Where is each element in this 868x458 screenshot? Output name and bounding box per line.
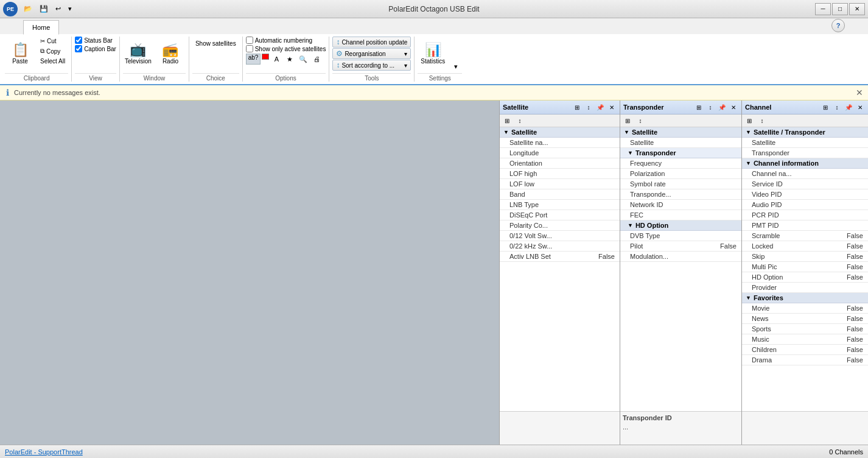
sat-item-lnb-type[interactable]: LNB Type [500,200,620,210]
options-icon-a[interactable]: A [270,54,282,65]
cut-button[interactable]: ✂ Cut [37,37,68,46]
trans-network-id[interactable]: Network ID [620,200,741,210]
caption-bar-check[interactable]: Caption Bar [75,45,116,52]
chan-video-pid[interactable]: Video PID [742,189,868,200]
trans-tb-grid[interactable]: ⊞ [622,116,633,125]
caption-bar-checkbox[interactable] [75,45,82,52]
sat-item-polarity[interactable]: Polarity Co... [500,220,620,231]
trans-panel-close[interactable]: ✕ [729,102,738,112]
radio-button[interactable]: 📻 Radio [155,37,186,71]
chan-service-id[interactable]: Service ID [742,179,868,189]
chan-pmt-pid[interactable]: PMT PID [742,220,868,231]
status-bar-checkbox[interactable] [75,37,82,44]
trans-panel-sort[interactable]: ↕ [705,102,715,112]
trans-panel-pin[interactable]: 📌 [717,102,727,112]
reorganisation-button[interactable]: ⚙ Reorganisation ▾ [332,48,411,59]
message-close-button[interactable]: ✕ [856,88,863,97]
trans-satellite-item[interactable]: Satellite [620,138,741,148]
trans-transponder-id-field[interactable]: Transponde... [620,189,741,200]
trans-fec[interactable]: FEC [620,210,741,220]
trans-hd-section[interactable]: ▼ HD Option [620,220,741,231]
trans-modulation[interactable]: Modulation... [620,252,741,262]
options-icon-star[interactable]: ★ [284,54,296,65]
satellite-panel-sort[interactable]: ↕ [584,102,593,112]
chan-panel-close[interactable]: ✕ [855,102,865,112]
trans-symbol-rate[interactable]: Symbol rate [620,179,741,189]
trans-tb-sort[interactable]: ↕ [635,116,646,125]
maximize-button[interactable]: □ [832,3,848,15]
trans-dvb-type[interactable]: DVB Type [620,231,741,241]
chan-satellite-item[interactable]: Satellite [742,138,868,148]
options-icon-search[interactable]: 🔍 [297,54,309,65]
chan-info-section[interactable]: ▼ Channel information [742,158,868,169]
show-active-satellites-checkbox[interactable] [246,45,253,52]
chan-pcr-pid[interactable]: PCR PID [742,210,868,220]
chan-skip[interactable]: Skip False [742,252,868,262]
trans-frequency[interactable]: Frequency [620,158,741,169]
sat-item-orientation[interactable]: Orientation [500,158,620,169]
show-active-satellites-check[interactable]: Show only active satellites [246,45,326,52]
chan-provider[interactable]: Provider [742,283,868,293]
sat-item-activ-lnb[interactable]: Activ LNB Set False [500,252,620,262]
quick-access-save[interactable]: 💾 [37,4,51,14]
chan-favorites-section[interactable]: ▼ Favorites [742,293,868,303]
title-bar-menu[interactable]: 📂 💾 ↩ ▾ [21,4,75,14]
auto-numbering-checkbox[interactable] [246,37,253,44]
show-satellites-button[interactable]: Show satellites [192,39,239,48]
chan-panel-sort[interactable]: ↕ [832,102,842,112]
copy-button[interactable]: ⧉ Copy [37,46,68,56]
chan-hd-option[interactable]: HD Option False [742,272,868,283]
auto-numbering-check[interactable]: Automatic numbering [246,37,326,44]
paste-button[interactable]: 📋 Paste [5,37,35,71]
chan-fav-children[interactable]: Children False [742,345,868,355]
select-all-button[interactable]: Select All [37,57,68,66]
sat-item-name[interactable]: Satellite na... [500,138,620,148]
chan-multi-pic[interactable]: Multi Pic False [742,262,868,272]
chan-tb-sort[interactable]: ↕ [757,116,768,125]
statistics-button[interactable]: 📊 Statistics [418,37,448,71]
tab-home[interactable]: Home [23,20,59,35]
chan-scramble[interactable]: Scramble False [742,231,868,241]
chan-fav-drama[interactable]: Drama False [742,355,868,365]
quick-access-open[interactable]: 📂 [21,4,35,14]
chan-locked[interactable]: Locked False [742,241,868,252]
chan-fav-sports[interactable]: Sports False [742,324,868,334]
transponder-panel-content[interactable]: ▼ Satellite Satellite ▼ Transponder Freq… [620,127,741,411]
trans-transponder-section[interactable]: ▼ Transponder [620,148,741,158]
trans-polarization[interactable]: Polarization [620,169,741,179]
channel-panel-content[interactable]: ▼ Satellite / Transponder Satellite Tran… [742,127,868,411]
trans-satellite-section[interactable]: ▼ Satellite [620,127,741,138]
sat-item-lof-high[interactable]: LOF high [500,169,620,179]
chan-panel-pin[interactable]: 📌 [844,102,853,112]
settings-expand-button[interactable]: ▾ [450,61,462,72]
satellite-panel-icon1[interactable]: ⊞ [572,102,582,112]
quick-access-dropdown[interactable]: ▾ [65,4,75,14]
sat-item-lof-low[interactable]: LOF low [500,179,620,189]
chan-transponder-item[interactable]: Transponder [742,148,868,158]
trans-panel-icon1[interactable]: ⊞ [694,102,704,112]
channel-position-update-button[interactable]: ↕ Channel position update [332,37,411,48]
satellite-panel-content[interactable]: ▼ Satellite Satellite na... Longitude Or… [500,127,620,411]
minimize-button[interactable]: ─ [815,3,831,15]
status-bar-check[interactable]: Status Bar [75,37,116,44]
sat-tb-sort-az[interactable]: ↕ [514,116,525,125]
television-button[interactable]: 📺 Television [123,37,153,71]
chan-name[interactable]: Channel na... [742,169,868,179]
options-icon-print[interactable]: 🖨 [310,54,323,65]
help-button[interactable]: ? [831,19,845,32]
sort-according-button[interactable]: ↕ Sort according to ... ▾ [332,60,411,71]
sat-item-band[interactable]: Band [500,189,620,200]
close-button[interactable]: ✕ [849,3,865,15]
window-controls[interactable]: ─ □ ✕ [815,3,865,15]
chan-tb-grid[interactable]: ⊞ [744,116,755,125]
sat-item-diseqc[interactable]: DiSEqC Port [500,210,620,220]
chan-sat-trans-section[interactable]: ▼ Satellite / Transponder [742,127,868,138]
sat-item-volt-sw[interactable]: 0/12 Volt Sw... [500,231,620,241]
sat-tb-grid[interactable]: ⊞ [502,116,513,125]
quick-access-undo[interactable]: ↩ [52,4,64,14]
chan-fav-news[interactable]: News False [742,314,868,324]
chan-audio-pid[interactable]: Audio PID [742,200,868,210]
sat-item-khz-sw[interactable]: 0/22 kHz Sw... [500,241,620,252]
support-thread-link[interactable]: PolarEdit - SupportThread [5,448,83,456]
chan-panel-icon1[interactable]: ⊞ [821,102,830,112]
